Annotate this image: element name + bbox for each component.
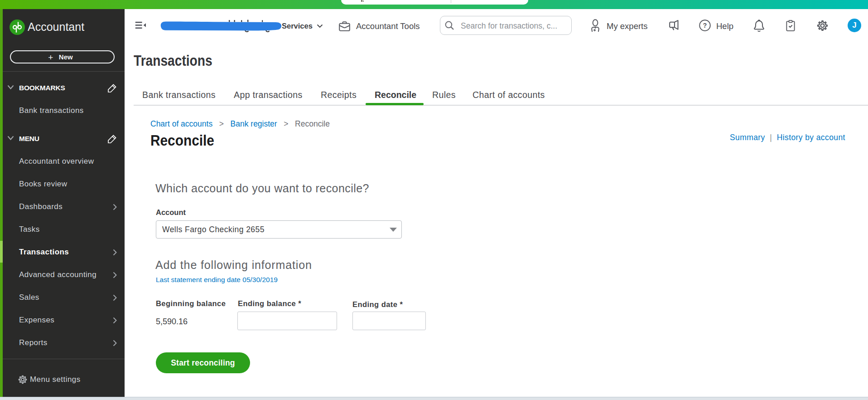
svg-text:?: ?	[703, 22, 707, 29]
